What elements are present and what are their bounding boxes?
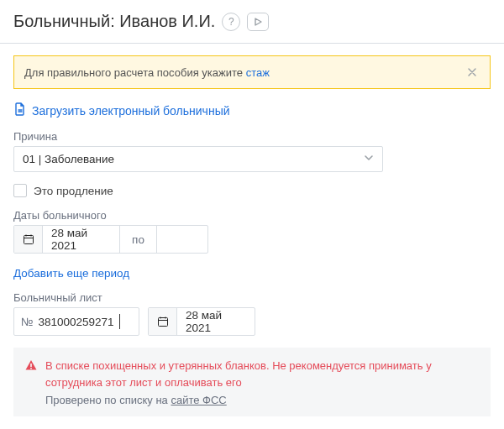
alert-subtext: Проверено по списку на сайте ФСС (45, 394, 479, 406)
help-icon[interactable]: ? (222, 13, 240, 31)
alert-content: В списке похищенных и утерянных бланков.… (45, 358, 479, 406)
calendar-icon[interactable] (14, 226, 43, 253)
sheet-number-value: 381000259271 (38, 316, 113, 328)
sheet-date-input-group: 28 май 2021 (148, 307, 255, 336)
dates-field: Даты больничного 28 май 2021 по (13, 209, 491, 254)
warning-banner: Для правильного расчета пособия укажите … (13, 55, 491, 89)
dates-label: Даты больничного (13, 209, 491, 222)
reason-select[interactable]: 01 | Заболевание (13, 146, 383, 172)
extension-checkbox-row[interactable]: Это продление (13, 184, 491, 197)
video-help-icon[interactable] (247, 13, 269, 31)
sheet-number-input[interactable]: № 381000259271 (13, 307, 139, 336)
reason-value: 01 | Заболевание (23, 153, 114, 165)
dates-input-group: 28 май 2021 по (13, 225, 208, 254)
sheet-field: Больничный лист № 381000259271 28 май 20… (13, 291, 491, 336)
extension-checkbox[interactable] (13, 184, 27, 197)
page-header: Больничный: Иванов И.И. ? (13, 12, 491, 31)
warning-text: Для правильного расчета пособия укажите … (24, 66, 270, 79)
divider (0, 43, 504, 44)
alert-sub-link[interactable]: сайте ФСС (171, 394, 226, 406)
sheet-date-input[interactable]: 28 май 2021 (177, 308, 255, 335)
svg-rect-0 (24, 236, 33, 244)
page-title: Больничный: Иванов И.И. (13, 12, 215, 31)
add-period-link[interactable]: Добавить еще период (13, 267, 129, 280)
svg-rect-1 (158, 318, 167, 327)
text-caret (119, 314, 120, 329)
sheet-label: Больничный лист (13, 291, 491, 304)
sheet-number-prefix: № (21, 316, 33, 328)
date-separator: по (120, 226, 157, 253)
date-end-input[interactable] (157, 226, 207, 253)
svg-rect-3 (30, 368, 32, 369)
warning-text-before: Для правильного расчета пособия укажите (24, 66, 246, 79)
reason-field: Причина 01 | Заболевание (13, 130, 491, 172)
warning-link[interactable]: стаж (246, 66, 270, 79)
document-icon (13, 102, 27, 118)
extension-label: Это продление (34, 185, 113, 197)
alert-sub-before: Проверено по списку на (45, 394, 171, 406)
alert-box: В списке похищенных и утерянных бланков.… (13, 348, 491, 416)
chevron-down-icon (364, 153, 374, 165)
warning-triangle-icon (25, 359, 37, 406)
calendar-icon[interactable] (149, 308, 177, 335)
upload-link-row[interactable]: Загрузить электронный больничный (13, 102, 491, 118)
date-start-input[interactable]: 28 май 2021 (43, 226, 120, 253)
close-icon[interactable] (465, 65, 480, 80)
svg-rect-2 (30, 364, 32, 367)
alert-message: В списке похищенных и утерянных бланков.… (45, 358, 479, 390)
upload-link[interactable]: Загрузить электронный больничный (32, 104, 230, 118)
reason-label: Причина (13, 130, 491, 143)
